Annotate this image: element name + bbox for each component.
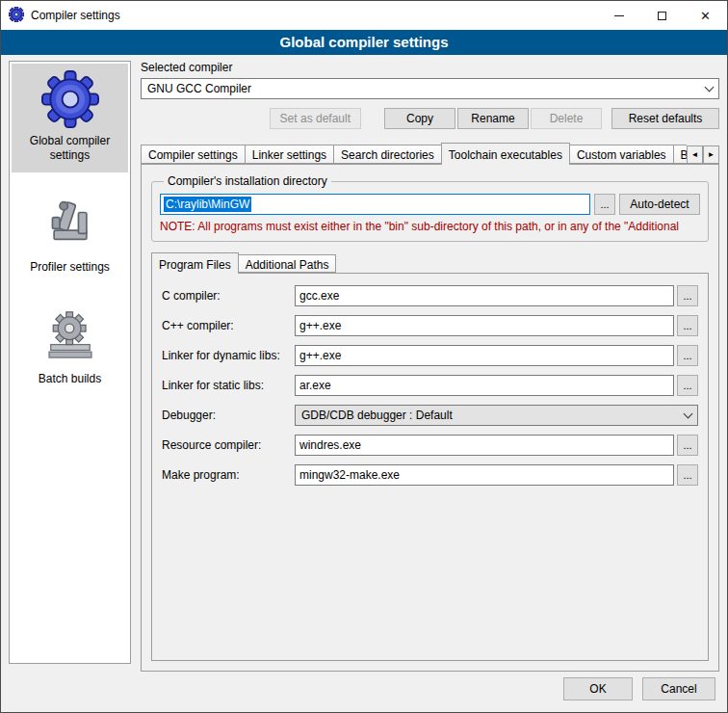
blue-gear-icon (41, 69, 99, 129)
cpp-compiler-input[interactable] (295, 315, 674, 336)
minimize-icon (614, 15, 624, 16)
make-program-label: Make program: (162, 468, 295, 482)
sidebar-item-label: Global compiler settings (13, 134, 126, 163)
installation-directory-groupbox: Compiler's installation directory C:\ray… (151, 174, 709, 242)
tab-toolchain-executables[interactable]: Toolchain executables (441, 143, 570, 165)
field-row-static-linker: Linker for static libs: ... (162, 375, 698, 396)
cpp-compiler-label: C++ compiler: (162, 319, 295, 332)
c-compiler-browse-button[interactable]: ... (677, 285, 698, 306)
dialog-footer: OK Cancel (1, 672, 727, 712)
installation-directory-input[interactable]: C:\raylib\MinGW (160, 194, 590, 215)
main-area: Selected compiler GNU GCC Compiler Set a… (141, 61, 719, 672)
debugger-label: Debugger: (162, 409, 295, 422)
titlebar: Compiler settings ✕ (1, 1, 727, 30)
tab-linker-settings[interactable]: Linker settings (245, 145, 334, 164)
dynamic-linker-browse-button[interactable]: ... (677, 345, 698, 366)
rename-button[interactable]: Rename (457, 108, 529, 129)
tabs-scroll-area: Compiler settings Linker settings Search… (141, 142, 687, 165)
selected-compiler-combobox[interactable]: GNU GCC Compiler (141, 78, 719, 99)
arrow-left-icon: ◄ (691, 151, 699, 159)
field-row-resource-compiler: Resource compiler: ... (162, 435, 698, 456)
gray-gear-stack-icon (44, 307, 96, 367)
selected-compiler-label: Selected compiler (141, 61, 719, 74)
resource-compiler-browse-button[interactable]: ... (677, 435, 698, 456)
installation-directory-value: C:\raylib\MinGW (164, 197, 251, 212)
field-row-c-compiler: C compiler: ... (162, 285, 698, 306)
compiler-settings-window: Compiler settings ✕ Global compiler sett… (0, 0, 728, 713)
compiler-button-row: Set as default Copy Rename Delete Reset … (141, 108, 719, 129)
autodetect-button[interactable]: Auto-detect (619, 194, 700, 215)
tab-custom-variables[interactable]: Custom variables (569, 145, 674, 164)
make-program-browse-button[interactable]: ... (677, 464, 698, 486)
maximize-button[interactable] (640, 1, 684, 30)
tab-build-truncated[interactable]: Buil (673, 145, 687, 164)
resource-compiler-label: Resource compiler: (162, 438, 295, 452)
window-title: Compiler settings (31, 9, 120, 22)
c-compiler-input[interactable] (295, 285, 674, 306)
sidebar-item-label: Profiler settings (30, 260, 110, 275)
subtab-additional-paths[interactable]: Additional Paths (238, 254, 337, 273)
subtab-program-files[interactable]: Program Files (151, 252, 239, 274)
field-row-cpp-compiler: C++ compiler: ... (162, 315, 698, 336)
field-row-make-program: Make program: ... (162, 464, 698, 486)
debugger-combobox[interactable]: GDB/CDB debugger : Default (295, 405, 698, 426)
dialog-header: Global compiler settings (1, 30, 727, 55)
set-as-default-button[interactable]: Set as default (270, 108, 361, 129)
cpp-compiler-browse-button[interactable]: ... (677, 315, 698, 336)
dialog-content: Global compiler settings Profiler set (1, 55, 727, 672)
selected-compiler-value: GNU GCC Compiler (147, 82, 699, 95)
static-linker-browse-button[interactable]: ... (677, 375, 698, 396)
sidebar-item-batch-builds[interactable]: Batch builds (12, 302, 128, 396)
installation-directory-legend: Compiler's installation directory (164, 174, 331, 188)
toolchain-executables-panel: Compiler's installation directory C:\ray… (141, 164, 719, 672)
tab-scroll-right-button[interactable]: ► (703, 145, 719, 164)
ok-button[interactable]: OK (563, 677, 633, 700)
program-files-tabstrip: Program Files Additional Paths (151, 251, 709, 274)
chevron-down-icon (699, 79, 718, 98)
reset-defaults-button[interactable]: Reset defaults (611, 108, 719, 129)
static-linker-input[interactable] (295, 375, 674, 396)
c-compiler-label: C compiler: (162, 289, 295, 303)
maximize-icon (658, 12, 666, 20)
window-controls: ✕ (597, 1, 727, 30)
installation-directory-browse-button[interactable]: ... (594, 194, 615, 215)
field-row-debugger: Debugger: GDB/CDB debugger : Default (162, 405, 698, 426)
field-row-dynamic-linker: Linker for dynamic libs: ... (162, 345, 698, 366)
close-button[interactable]: ✕ (684, 1, 727, 30)
cancel-button[interactable]: Cancel (642, 677, 715, 700)
minimize-button[interactable] (597, 1, 640, 30)
make-program-input[interactable] (295, 464, 674, 486)
clamp-tool-icon (44, 196, 96, 255)
dynamic-linker-input[interactable] (295, 345, 674, 366)
delete-button[interactable]: Delete (531, 108, 602, 129)
debugger-value: GDB/CDB debugger : Default (301, 409, 678, 422)
chevron-down-icon (678, 406, 697, 425)
sidebar-item-global-compiler-settings[interactable]: Global compiler settings (12, 64, 128, 172)
app-icon (9, 7, 24, 25)
tab-scroll-left-button[interactable]: ◄ (687, 145, 703, 164)
note-text: NOTE: All programs must exist either in … (160, 220, 700, 233)
tab-search-directories[interactable]: Search directories (333, 145, 442, 164)
settings-tabstrip: Compiler settings Linker settings Search… (141, 142, 719, 165)
arrow-right-icon: ► (708, 151, 715, 159)
sidebar-item-profiler-settings[interactable]: Profiler settings (12, 190, 128, 284)
sidebar-item-label: Batch builds (39, 372, 101, 386)
program-files-panel: C compiler: ... C++ compiler: ... (151, 273, 709, 661)
close-icon: ✕ (700, 9, 711, 23)
resource-compiler-input[interactable] (295, 435, 674, 456)
static-linker-label: Linker for static libs: (162, 379, 295, 392)
installation-directory-row: C:\raylib\MinGW ... Auto-detect (160, 194, 700, 215)
copy-button[interactable]: Copy (384, 108, 455, 129)
dynamic-linker-label: Linker for dynamic libs: (162, 349, 295, 362)
tab-compiler-settings[interactable]: Compiler settings (141, 145, 246, 164)
sidebar: Global compiler settings Profiler set (9, 61, 131, 664)
